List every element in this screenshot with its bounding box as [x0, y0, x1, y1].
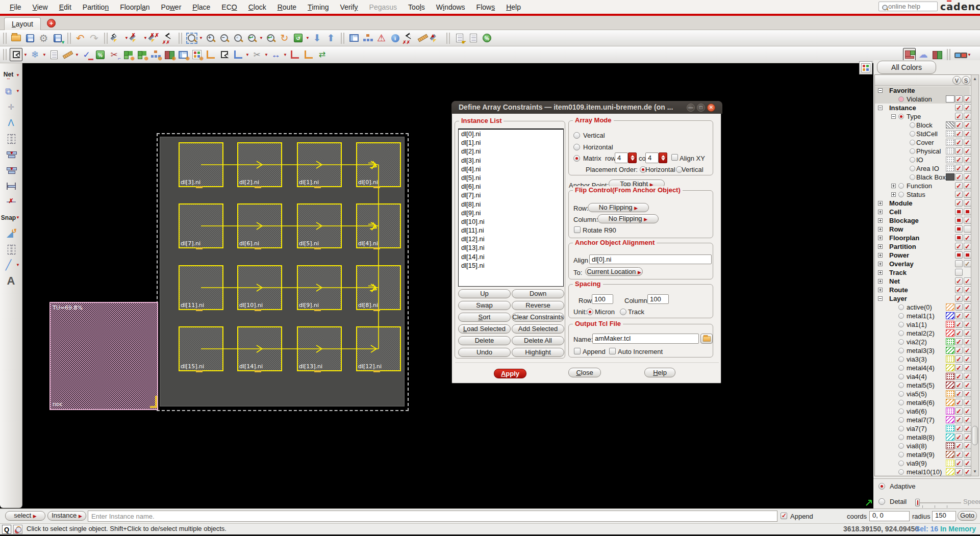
spacing-column-field[interactable]: 100: [647, 294, 669, 304]
selectability-checkbox[interactable]: [964, 165, 971, 172]
expand-icon[interactable]: [878, 218, 883, 223]
book-compare-icon[interactable]: [931, 48, 943, 61]
add-group-icon[interactable]: ⊕: [149, 48, 162, 61]
zoom-selection-dropdown-icon[interactable]: ▼: [198, 32, 204, 45]
menu-pegasus[interactable]: Pegasus: [364, 3, 403, 11]
diagonal-line-icon[interactable]: ╱: [2, 259, 15, 272]
tree-row-physical[interactable]: Physical: [875, 147, 970, 156]
visibility-checkbox[interactable]: [955, 321, 963, 328]
tree-radio[interactable]: [898, 382, 904, 388]
visibility-checkbox[interactable]: [955, 277, 963, 285]
cut-rectilinear-icon[interactable]: ✂⌐: [108, 48, 120, 61]
instance-list-item[interactable]: dl[3].ni: [459, 156, 563, 165]
menu-flows[interactable]: Flows: [471, 3, 501, 11]
selectability-checkbox[interactable]: [964, 381, 971, 389]
add-instance-icon[interactable]: ⊕: [121, 48, 134, 61]
visibility-column-header[interactable]: V: [952, 76, 961, 85]
expand-icon[interactable]: [891, 184, 896, 188]
tree-row-status[interactable]: Status: [875, 190, 970, 199]
selectability-checkbox[interactable]: [964, 113, 971, 120]
visibility-checkbox[interactable]: [955, 191, 963, 198]
clear-constraints-button[interactable]: Clear Constraints: [512, 313, 564, 322]
menu-file[interactable]: File: [4, 3, 27, 11]
tree-row-black-box[interactable]: Black Box: [875, 173, 970, 182]
layer-swatch[interactable]: [946, 156, 954, 163]
collapse-icon[interactable]: [878, 88, 883, 93]
tree-row-type[interactable]: Type: [875, 112, 970, 121]
zoom-out-icon[interactable]: −: [218, 32, 231, 45]
visibility-checkbox[interactable]: [955, 303, 963, 311]
flip-row-button[interactable]: No Flipping ▶: [588, 203, 649, 212]
zoom-in-icon[interactable]: +: [204, 32, 217, 45]
tree-row-metal10-10-[interactable]: metal10(10): [875, 468, 970, 476]
visibility-checkbox[interactable]: [955, 451, 963, 458]
stereo-3d-view-dropdown-icon[interactable]: ▼: [967, 48, 972, 61]
layer-swatch[interactable]: [946, 381, 954, 389]
visibility-checkbox[interactable]: [955, 113, 963, 120]
expand-icon[interactable]: [878, 262, 883, 266]
select-mode-dropdown-icon[interactable]: ▼: [23, 48, 28, 61]
add-tab-button[interactable]: +: [47, 19, 56, 28]
cut-wire-icon[interactable]: ✂: [250, 48, 263, 61]
help-button[interactable]: Help: [644, 368, 675, 377]
visibility-checkbox[interactable]: [955, 95, 963, 103]
snap-floorplan-dropdown-icon[interactable]: ▼: [245, 48, 250, 61]
push-shape-icon[interactable]: [288, 48, 301, 61]
tree-radio[interactable]: [898, 426, 904, 431]
append-tcl-checkbox[interactable]: [574, 348, 581, 354]
cut-wire-dropdown-icon[interactable]: ▼: [264, 48, 269, 61]
expand-icon[interactable]: [878, 201, 883, 206]
copy-icon[interactable]: [47, 48, 60, 61]
tree-row-via8-8-[interactable]: via8(8): [875, 442, 970, 450]
undo-button[interactable]: Undo: [458, 348, 511, 357]
ruler-tool-icon[interactable]: [61, 48, 74, 61]
adaptive-radio[interactable]: [878, 483, 885, 490]
row-spinner[interactable]: [628, 152, 637, 163]
snap-floorplan-icon[interactable]: [232, 48, 244, 61]
tree-radio[interactable]: [898, 313, 904, 319]
deselect-pen-icon[interactable]: ✗: [130, 32, 142, 45]
diagonal-line-dropdown-icon[interactable]: ▼: [15, 263, 20, 268]
design-hierarchy-icon[interactable]: [361, 32, 374, 45]
visibility-checkbox[interactable]: [955, 104, 963, 111]
tree-row-net[interactable]: Net: [875, 277, 970, 286]
instance-block[interactable]: dl[1].ni: [297, 142, 342, 187]
tree-radio[interactable]: [898, 417, 904, 423]
tree-row-cell[interactable]: Cell: [875, 208, 970, 216]
minimize-icon[interactable]: —: [687, 104, 695, 112]
tree-radio[interactable]: [898, 348, 904, 353]
selectability-checkbox[interactable]: [964, 130, 971, 137]
selectability-checkbox[interactable]: [964, 407, 971, 415]
instance-block[interactable]: dl[15].ni: [179, 326, 223, 371]
selectability-checkbox[interactable]: [964, 312, 971, 319]
layer-swatch[interactable]: [946, 347, 954, 354]
tree-radio[interactable]: [898, 339, 904, 345]
reverse-button[interactable]: Reverse: [512, 301, 564, 310]
expand-icon[interactable]: [878, 270, 883, 275]
annotation-note-icon[interactable]: ☛: [453, 32, 466, 45]
menu-route[interactable]: Route: [272, 3, 302, 11]
layer-swatch[interactable]: [946, 373, 954, 380]
highlight-button[interactable]: Highlight: [512, 348, 564, 357]
visibility-checkbox[interactable]: [955, 425, 963, 432]
apply-button[interactable]: Apply: [494, 369, 526, 378]
freeze-view-dropdown-icon[interactable]: ▼: [42, 48, 47, 61]
layer-swatch[interactable]: [946, 147, 954, 155]
instance-block[interactable]: dl[13].ni: [297, 326, 342, 371]
layer-swatch[interactable]: [946, 433, 954, 441]
instance-list-item[interactable]: dl[7].ni: [459, 191, 563, 199]
layout-canvas[interactable]: dl[3].nidl[2].nidl[1].nidl[0].nidl[7].ni…: [22, 63, 873, 508]
stretch-ibeam-icon[interactable]: [5, 243, 17, 256]
tree-radio[interactable]: [898, 183, 904, 189]
layer-swatch[interactable]: [946, 312, 954, 319]
collapse-icon[interactable]: [878, 296, 883, 301]
selectability-checkbox[interactable]: [964, 191, 971, 198]
goto-button[interactable]: Goto: [958, 511, 977, 521]
dialog-title-bar[interactable]: Define Array Constraints — item0109.item…: [451, 101, 722, 114]
selectability-checkbox[interactable]: [964, 390, 971, 397]
space-rects-icon[interactable]: [5, 132, 17, 145]
instance-list-item[interactable]: dl[5].ni: [459, 173, 563, 182]
selectability-checkbox[interactable]: [964, 416, 971, 423]
tcl-name-field[interactable]: amMaker.tcl: [592, 334, 699, 344]
selectability-checkbox[interactable]: [964, 321, 971, 328]
